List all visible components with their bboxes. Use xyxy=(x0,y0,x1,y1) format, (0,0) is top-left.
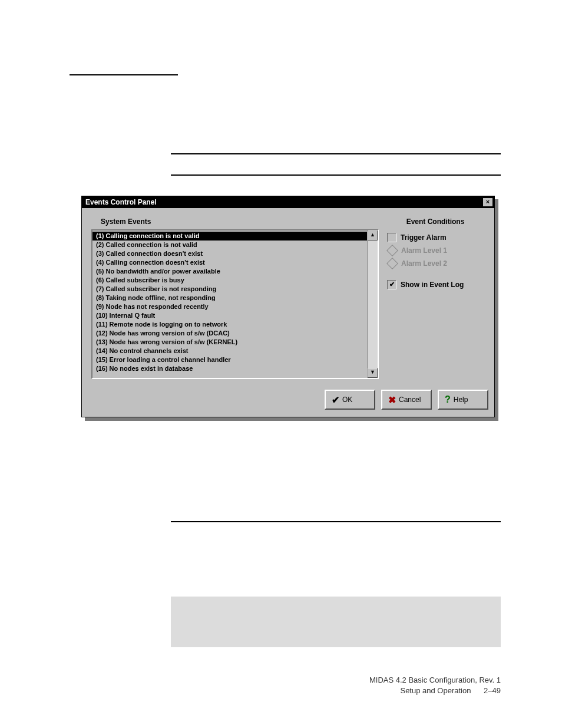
scrollbar[interactable]: ▲ ▼ xyxy=(367,230,378,378)
events-control-panel-dialog: Events Control Panel × System Events (1)… xyxy=(81,196,501,417)
event-conditions-heading: Event Conditions xyxy=(385,218,486,232)
list-item[interactable]: (3) Called connection doesn't exist xyxy=(92,249,368,258)
list-item[interactable]: (8) Taking node offline, not responding xyxy=(92,294,368,302)
section-divider-lower xyxy=(171,521,501,522)
show-in-event-log-option[interactable]: ✔ Show in Event Log xyxy=(385,279,486,292)
option-label: Show in Event Log xyxy=(401,281,464,289)
list-item[interactable]: (14) No control channels exist xyxy=(92,347,368,355)
dialog-button-row: ✔ OK ✖ Cancel ? Help xyxy=(82,384,494,417)
titlebar: Events Control Panel × xyxy=(82,196,494,208)
diamond-icon xyxy=(386,258,398,269)
checkbox-icon[interactable]: ✔ xyxy=(387,280,396,289)
system-events-listbox[interactable]: (1) Calling connection is not valid (2) … xyxy=(91,229,379,379)
list-item[interactable]: (1) Calling connection is not valid xyxy=(92,232,368,241)
button-label: Cancel xyxy=(399,396,421,404)
list-item[interactable]: (7) Called subscriber is not responding xyxy=(92,285,368,294)
option-label: Alarm Level 1 xyxy=(401,246,447,255)
list-item[interactable]: (4) Calling connection doesn't exist xyxy=(92,258,368,267)
list-item[interactable]: (11) Remote node is logging on to networ… xyxy=(92,320,368,329)
option-label: Trigger Alarm xyxy=(401,233,447,242)
section-divider-upper-2 xyxy=(171,174,501,176)
button-label: OK xyxy=(342,396,352,404)
list-item[interactable]: (13) Node has wrong version of s/w (KERN… xyxy=(92,338,368,347)
question-icon: ? xyxy=(445,394,451,405)
callout-box xyxy=(171,597,501,647)
footer-line-1: MIDAS 4.2 Basic Configuration, Rev. 1 xyxy=(369,675,501,686)
page-number: 2–49 xyxy=(484,686,501,696)
list-item[interactable]: (12) Node has wrong version of s/w (DCAC… xyxy=(92,329,368,338)
checkbox-icon[interactable] xyxy=(387,233,396,242)
option-label: Alarm Level 2 xyxy=(401,259,447,268)
x-icon: ✖ xyxy=(388,394,396,406)
trigger-alarm-option[interactable]: Trigger Alarm xyxy=(385,232,486,245)
list-item[interactable]: (5) No bandwidth and/or power available xyxy=(92,267,368,276)
list-item[interactable]: (16) No nodes exist in database xyxy=(92,364,368,373)
check-icon: ✔ xyxy=(332,394,339,406)
list-item[interactable]: (10) Internal Q fault xyxy=(92,311,368,320)
system-events-pane: System Events (1) Calling connection is … xyxy=(87,214,381,379)
alarm-level-1-option: Alarm Level 1 xyxy=(385,245,486,258)
page-footer: MIDAS 4.2 Basic Configuration, Rev. 1 Se… xyxy=(369,675,501,696)
system-events-list[interactable]: (1) Calling connection is not valid (2) … xyxy=(92,230,368,378)
scroll-down-icon[interactable]: ▼ xyxy=(368,368,378,378)
diamond-icon xyxy=(386,245,398,256)
ok-button[interactable]: ✔ OK xyxy=(325,390,375,410)
footer-line-2-text: Setup and Operation xyxy=(400,686,471,695)
list-item[interactable]: (15) Error loading a control channel han… xyxy=(92,355,368,364)
close-icon[interactable]: × xyxy=(482,197,493,207)
list-item[interactable]: (6) Called subscriber is busy xyxy=(92,276,368,285)
button-label: Help xyxy=(454,396,468,404)
scroll-up-icon[interactable]: ▲ xyxy=(368,230,378,241)
window-title: Events Control Panel xyxy=(85,198,157,206)
alarm-level-2-option: Alarm Level 2 xyxy=(385,258,486,271)
cancel-button[interactable]: ✖ Cancel xyxy=(381,390,432,410)
section-divider-upper-1 xyxy=(171,153,501,154)
system-events-heading: System Events xyxy=(87,214,381,229)
list-item[interactable]: (9) Node has not responded recently xyxy=(92,302,368,311)
top-divider xyxy=(70,74,178,75)
event-conditions-pane: Event Conditions Trigger Alarm Alarm Lev… xyxy=(381,214,490,379)
list-item[interactable]: (2) Called connection is not valid xyxy=(92,241,368,249)
help-button[interactable]: ? Help xyxy=(438,390,488,410)
